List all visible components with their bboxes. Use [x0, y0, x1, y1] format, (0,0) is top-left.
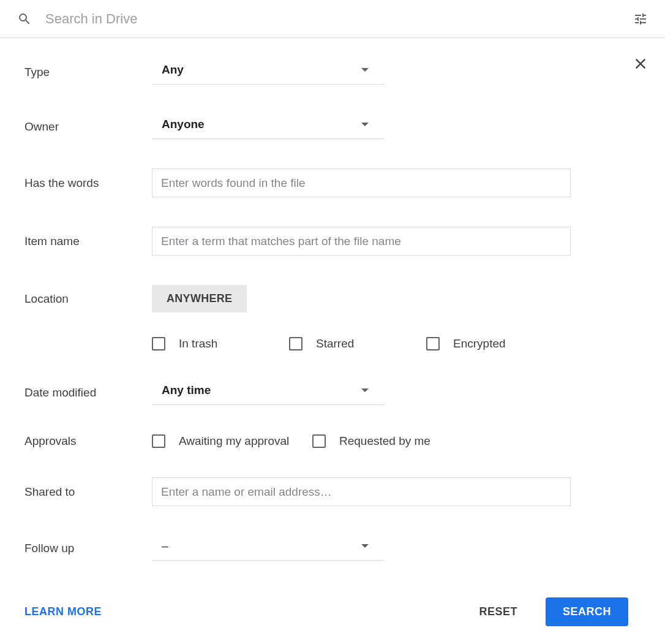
- checkbox-icon: [152, 337, 165, 350]
- search-icon: [17, 12, 32, 26]
- item-name-label: Item name: [24, 235, 152, 248]
- tune-icon[interactable]: [633, 12, 648, 26]
- requested-by-me-label: Requested by me: [339, 434, 430, 448]
- owner-label: Owner: [24, 120, 152, 134]
- starred-checkbox[interactable]: Starred: [289, 337, 426, 350]
- follow-up-label: Follow up: [24, 542, 152, 555]
- owner-value: Anyone: [162, 118, 205, 131]
- chevron-down-icon: [361, 388, 369, 392]
- learn-more-link[interactable]: LEARN MORE: [24, 605, 102, 618]
- date-modified-label: Date modified: [24, 386, 152, 400]
- search-bar: [0, 0, 665, 38]
- location-chip[interactable]: ANYWHERE: [152, 285, 247, 313]
- owner-dropdown[interactable]: Anyone: [152, 114, 385, 139]
- follow-up-dropdown[interactable]: –: [152, 536, 385, 561]
- shared-to-label: Shared to: [24, 485, 152, 499]
- encrypted-checkbox[interactable]: Encrypted: [426, 337, 506, 350]
- checkbox-icon: [289, 337, 302, 350]
- has-words-label: Has the words: [24, 176, 152, 190]
- item-name-input[interactable]: [152, 227, 571, 256]
- encrypted-label: Encrypted: [453, 337, 506, 350]
- starred-label: Starred: [316, 337, 354, 350]
- date-modified-dropdown[interactable]: Any time: [152, 380, 385, 405]
- checkbox-icon: [152, 434, 165, 448]
- close-icon[interactable]: [632, 55, 649, 72]
- chevron-down-icon: [361, 544, 369, 548]
- advanced-search-panel: Type Any Owner Anyone Has the words Item…: [0, 38, 665, 644]
- date-modified-value: Any time: [162, 384, 211, 397]
- checkbox-icon: [426, 337, 440, 350]
- location-label: Location: [24, 292, 152, 306]
- search-input[interactable]: [45, 11, 633, 27]
- checkbox-icon: [312, 434, 326, 448]
- awaiting-approval-checkbox[interactable]: Awaiting my approval: [152, 434, 312, 448]
- awaiting-approval-label: Awaiting my approval: [179, 434, 289, 448]
- in-trash-label: In trash: [179, 337, 217, 350]
- search-button[interactable]: SEARCH: [546, 597, 628, 626]
- shared-to-input[interactable]: [152, 477, 571, 506]
- type-dropdown[interactable]: Any: [152, 59, 385, 85]
- reset-button[interactable]: RESET: [468, 599, 528, 624]
- has-words-input[interactable]: [152, 169, 571, 197]
- in-trash-checkbox[interactable]: In trash: [152, 337, 289, 350]
- follow-up-value: –: [162, 539, 168, 553]
- chevron-down-icon: [361, 123, 369, 126]
- type-value: Any: [162, 63, 184, 77]
- panel-footer: LEARN MORE RESET SEARCH: [24, 597, 641, 626]
- approvals-label: Approvals: [24, 434, 152, 448]
- requested-by-me-checkbox[interactable]: Requested by me: [312, 434, 430, 448]
- chevron-down-icon: [361, 68, 369, 72]
- type-label: Type: [24, 66, 152, 79]
